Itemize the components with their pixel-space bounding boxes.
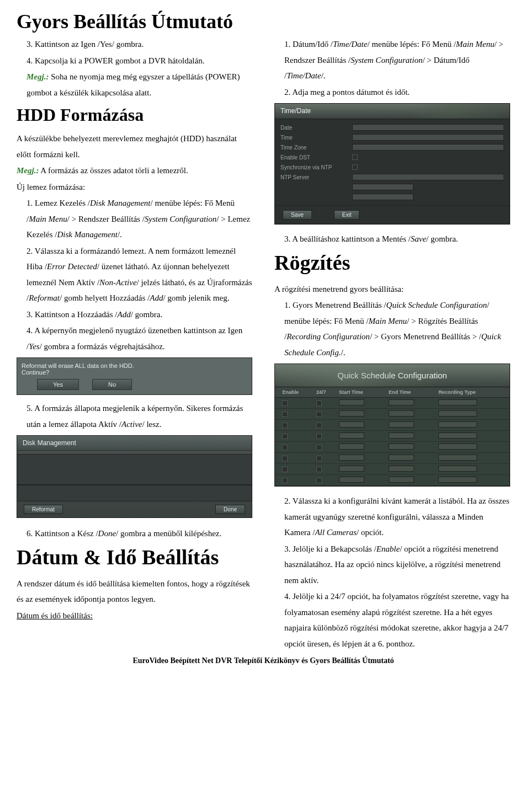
heading-datetime: Dátum & Idő Beállítás [17, 545, 252, 569]
note-1: Megj.: Soha ne nyomja meg még egyszer a … [17, 69, 252, 100]
disk-list-area [17, 454, 252, 485]
dt-step-2: 2. Adja meg a pontos dátumot és időt. [274, 84, 510, 100]
left-column: 3. Kattintson az Igen /Yes/ gombra. 4. K… [17, 36, 252, 652]
td-label: Time [280, 135, 352, 141]
step-4: 4. Kapcsolja ki a POWER gombot a DVR hát… [17, 53, 252, 69]
table-row [275, 475, 510, 486]
disk-info-area [17, 485, 252, 501]
dialog-yes-button[interactable]: Yes [37, 379, 79, 390]
extra-field[interactable] [352, 184, 414, 190]
td-label: NTP Server [280, 174, 352, 180]
dst-checkbox[interactable] [352, 154, 358, 160]
disk-step-1: 1. Lemez Kezelés /Disk Management/ menüb… [17, 195, 252, 243]
heading-hdd: HDD Formázása [17, 105, 252, 125]
rec-step-4: 4. Jelölje ki a 24/7 opciót, ha folyamat… [274, 589, 510, 651]
note-body: Soha ne nyomja meg még egyszer a tápellá… [26, 72, 240, 97]
step-3: 3. Kattintson az Igen /Yes/ gombra. [17, 36, 252, 52]
table-row [275, 409, 510, 420]
note-body: A formázás az összes adatot törli a leme… [39, 166, 188, 175]
note-2: Megj.: A formázás az összes adatot törli… [17, 163, 252, 179]
rec-step-3: 3. Jelölje ki a Bekapcsolás /Enable/ opc… [274, 541, 510, 589]
datetime-subhead: Dátum és idő beállítás: [17, 608, 252, 624]
end-time-field[interactable] [389, 399, 414, 405]
exit-button[interactable]: Exit [334, 210, 360, 220]
ntp-checkbox[interactable] [352, 164, 358, 170]
dialog-text-2: Continue? [22, 369, 247, 376]
right-column: 1. Dátum/Idő /Time/Date/ menübe lépés: F… [274, 36, 510, 652]
table-row [275, 442, 510, 453]
new-disk-label: Új lemez formázása: [17, 179, 252, 195]
247-checkbox[interactable] [316, 400, 322, 406]
td-label: Date [280, 125, 352, 131]
table-row [275, 398, 510, 409]
td-label: Enable DST [280, 154, 352, 161]
extra-field[interactable] [352, 194, 414, 200]
timezone-field[interactable] [352, 144, 504, 151]
page-footer: EuroVideo Beépített Net DVR Telepítői Ké… [17, 656, 510, 665]
td-label: Synchronize via NTP [280, 164, 352, 170]
table-row [275, 464, 510, 475]
save-button[interactable]: Save [283, 210, 312, 220]
date-field[interactable] [352, 124, 504, 131]
rec-step-1: 1. Gyors Menetrend Beállítás /Quick Sche… [274, 297, 510, 360]
disk-step-4: 4. A képernyőn megjelenő nyugtázó üzenet… [17, 323, 252, 354]
disk-management-panel: Disk Management Reformat Done [17, 435, 252, 518]
panel-title: Quick Schedule Configuration [275, 364, 510, 387]
panel-title: Time/Date [275, 104, 510, 119]
table-row [275, 420, 510, 431]
dt-step-1: 1. Dátum/Idő /Time/Date/ menübe lépés: F… [274, 36, 510, 84]
enable-checkbox[interactable] [282, 400, 288, 406]
note-label: Megj.: [26, 72, 49, 81]
rectype-field[interactable] [438, 399, 477, 405]
disk-step-5: 5. A formázás állapota megjelenik a képe… [17, 400, 252, 432]
page-title: Gyors Beállítás Útmutató [17, 10, 510, 33]
quick-schedule-table: Enable 24/7 Start Time End Time Recordin… [275, 387, 510, 486]
time-date-panel: Time/Date Date Time Time Zone Enable DST… [274, 103, 510, 225]
hdd-intro: A készülékbe behelyezett merevlemez megh… [17, 131, 252, 162]
dt-step-3: 3. A beállításhoz kattintson a Mentés /S… [274, 231, 510, 247]
start-time-field[interactable] [339, 399, 364, 405]
done-button[interactable]: Done [215, 505, 245, 514]
rec-step-2: 2. Válassza ki a konfigurálni kívánt kam… [274, 493, 510, 541]
table-row [275, 453, 510, 464]
ntp-server-field[interactable] [352, 174, 504, 180]
disk-step-3: 3. Kattintson a Hozzáadás /Add/ gombra. [17, 307, 252, 323]
recording-intro: A rögzítési menetrend gyors beállítása: [274, 281, 510, 297]
td-label: Time Zone [280, 145, 352, 151]
time-field[interactable] [352, 134, 504, 141]
reformat-dialog: Reformat will erase ALL data on the HDD.… [17, 357, 252, 395]
heading-recording: Rögzítés [274, 250, 510, 275]
table-row [275, 431, 510, 442]
dialog-text-1: Reformat will erase ALL data on the HDD. [22, 362, 247, 369]
disk-step-2: 2. Válassza ki a formázandó lemezt. A ne… [17, 243, 252, 306]
disk-step-6: 6. Kattintson a Kész /Done/ gombra a men… [17, 526, 252, 542]
reformat-button[interactable]: Reformat [24, 505, 63, 514]
quick-schedule-panel: Quick Schedule Configuration Enable 24/7… [274, 364, 510, 487]
dialog-no-button[interactable]: No [92, 379, 132, 390]
panel-title: Disk Management [17, 436, 252, 451]
datetime-intro: A rendszer dátum és idő beállítása kieme… [17, 576, 252, 607]
note-label: Megj.: [17, 166, 39, 175]
